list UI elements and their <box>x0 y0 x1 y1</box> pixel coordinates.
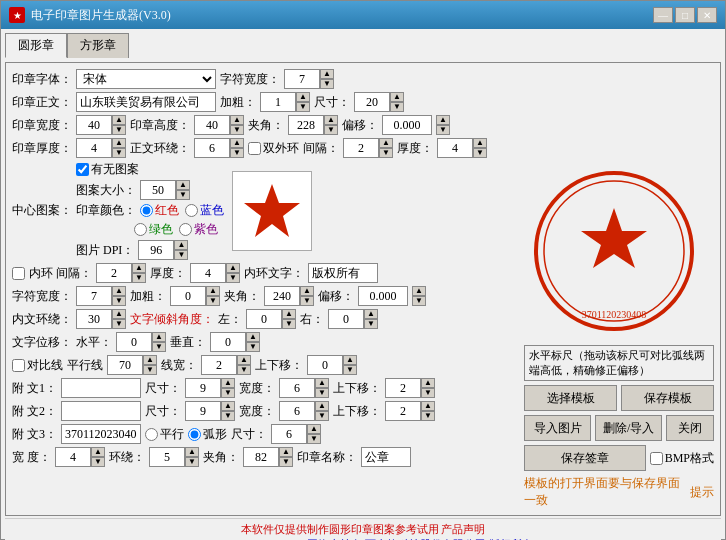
parallel-line-input[interactable] <box>107 355 143 375</box>
parallel-line-down[interactable]: ▼ <box>143 365 157 375</box>
dpi-down[interactable]: ▼ <box>174 250 188 260</box>
color-green-radio[interactable] <box>134 223 147 236</box>
bold-up[interactable]: ▲ <box>296 92 310 102</box>
image-size-input[interactable] <box>140 180 176 200</box>
width2-up[interactable]: ▲ <box>91 447 105 457</box>
offset-up[interactable]: ▲ <box>436 115 450 125</box>
maximize-button[interactable]: □ <box>675 7 695 23</box>
char-width-input[interactable] <box>284 69 320 89</box>
offset-input[interactable] <box>382 115 432 135</box>
clip2-down[interactable]: ▼ <box>300 296 314 306</box>
offset2-up[interactable]: ▲ <box>412 286 426 296</box>
vertical-up[interactable]: ▲ <box>246 332 260 342</box>
inner-thickness-input[interactable] <box>190 263 226 283</box>
ring-down[interactable]: ▼ <box>185 457 199 467</box>
width-down[interactable]: ▼ <box>112 125 126 135</box>
color-blue-label[interactable]: 蓝色 <box>185 202 224 219</box>
horizontal-up[interactable]: ▲ <box>152 332 166 342</box>
ring-up[interactable]: ▲ <box>185 447 199 457</box>
bmp-checkbox-label[interactable]: BMP格式 <box>650 445 714 471</box>
angle-down[interactable]: ▼ <box>279 457 293 467</box>
aux1-width-input[interactable] <box>279 378 315 398</box>
char-width2-up[interactable]: ▲ <box>112 286 126 296</box>
line-down[interactable]: ▼ <box>230 148 244 158</box>
inner-text-input[interactable] <box>308 263 378 283</box>
width2-down[interactable]: ▼ <box>91 457 105 467</box>
offset2-input[interactable] <box>358 286 408 306</box>
spacing-input[interactable] <box>343 138 379 158</box>
shift-input[interactable] <box>307 355 343 375</box>
height-up[interactable]: ▲ <box>230 115 244 125</box>
spacing-down[interactable]: ▼ <box>379 148 393 158</box>
clip2-up[interactable]: ▲ <box>300 286 314 296</box>
horizontal-input[interactable] <box>116 332 152 352</box>
right-input[interactable] <box>328 309 364 329</box>
image-size-up[interactable]: ▲ <box>176 180 190 190</box>
aux2-shift-input[interactable] <box>385 401 421 421</box>
thickness2-up[interactable]: ▲ <box>473 138 487 148</box>
thickness-input[interactable] <box>76 138 112 158</box>
bold2-up[interactable]: ▲ <box>206 286 220 296</box>
color-red-radio[interactable] <box>140 204 153 217</box>
with-image-checkbox-label[interactable]: 有无图案 <box>76 161 139 178</box>
import-image-button[interactable]: 导入图片 <box>524 415 591 441</box>
char-width2-down[interactable]: ▼ <box>112 296 126 306</box>
inner-ring-input[interactable] <box>96 263 132 283</box>
aux1-size-input[interactable] <box>185 378 221 398</box>
vertical-down[interactable]: ▼ <box>246 342 260 352</box>
aux2-shift-down[interactable]: ▼ <box>421 411 435 421</box>
aux2-size-up[interactable]: ▲ <box>221 401 235 411</box>
close-button[interactable]: ✕ <box>697 7 717 23</box>
clip-input[interactable] <box>288 115 324 135</box>
color-red-label[interactable]: 红色 <box>140 202 179 219</box>
font-select[interactable]: 宋体 <box>76 69 216 89</box>
color-blue-radio[interactable] <box>185 204 198 217</box>
bold2-down[interactable]: ▼ <box>206 296 220 306</box>
aux2-shift-up[interactable]: ▲ <box>421 401 435 411</box>
aux2-size-down[interactable]: ▼ <box>221 411 235 421</box>
tab-circle-stamp[interactable]: 圆形章 <box>5 33 67 58</box>
text-input[interactable] <box>76 92 216 112</box>
clip-up[interactable]: ▲ <box>324 115 338 125</box>
aux2-width-up[interactable]: ▲ <box>315 401 329 411</box>
clip-down[interactable]: ▼ <box>324 125 338 135</box>
spacing-up[interactable]: ▲ <box>379 138 393 148</box>
inner-wrap-down[interactable]: ▼ <box>112 319 126 329</box>
vertical-input[interactable] <box>210 332 246 352</box>
aux2-width-down[interactable]: ▼ <box>315 411 329 421</box>
width-input[interactable] <box>76 115 112 135</box>
thickness-up[interactable]: ▲ <box>112 138 126 148</box>
aux1-shift-up[interactable]: ▲ <box>421 378 435 388</box>
aux3-size-input[interactable] <box>271 424 307 444</box>
aux2-size-input[interactable] <box>185 401 221 421</box>
height-down[interactable]: ▼ <box>230 125 244 135</box>
right-down[interactable]: ▼ <box>364 319 378 329</box>
color-green-label[interactable]: 绿色 <box>134 221 173 238</box>
height-input[interactable] <box>194 115 230 135</box>
ring-input[interactable] <box>149 447 185 467</box>
thickness-down[interactable]: ▼ <box>112 148 126 158</box>
char-width-down[interactable]: ▼ <box>320 79 334 89</box>
contrast-checkbox-label[interactable]: 对比线 <box>12 357 63 374</box>
double-outer-checkbox[interactable] <box>248 142 261 155</box>
double-outer-checkbox-label[interactable]: 双外环 <box>248 140 299 157</box>
inner-wrap-up[interactable]: ▲ <box>112 309 126 319</box>
left-down[interactable]: ▼ <box>282 319 296 329</box>
angle-up[interactable]: ▲ <box>279 447 293 457</box>
image-size-down[interactable]: ▼ <box>176 190 190 200</box>
save-template-button[interactable]: 保存模板 <box>621 385 714 411</box>
aux3-size-up[interactable]: ▲ <box>307 424 321 434</box>
right-up[interactable]: ▲ <box>364 309 378 319</box>
width-up[interactable]: ▲ <box>112 115 126 125</box>
offset-down[interactable]: ▼ <box>436 125 450 135</box>
inner-ring-checkbox[interactable] <box>12 267 25 280</box>
bold2-input[interactable] <box>170 286 206 306</box>
bold-down[interactable]: ▼ <box>296 102 310 112</box>
contrast-checkbox[interactable] <box>12 359 25 372</box>
size-up[interactable]: ▲ <box>390 92 404 102</box>
stroke-input[interactable] <box>201 355 237 375</box>
dpi-up[interactable]: ▲ <box>174 240 188 250</box>
dpi-input[interactable] <box>138 240 174 260</box>
inner-thickness-up[interactable]: ▲ <box>226 263 240 273</box>
inner-ring-checkbox-label[interactable] <box>12 267 25 280</box>
